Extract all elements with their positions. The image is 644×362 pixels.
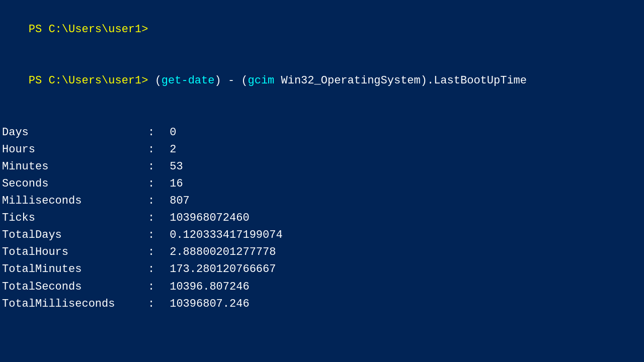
row-colon: : [148,227,163,244]
row-value: 0.120333417199074 [163,229,283,241]
terminal-window: PS C:\Users\user1> PS C:\Users\user1> (g… [2,4,644,358]
data-row: Hours: 2 [2,141,644,158]
row-colon: : [148,193,163,210]
row-label: TotalMinutes [2,261,148,278]
row-value: 10396807.246 [163,298,250,310]
row-label: Seconds [2,175,148,193]
row-label: TotalHours [2,244,148,261]
data-row: Days: 0 [2,124,644,141]
row-label: TotalMilliseconds [2,296,148,313]
cmd-keyword-2: gcim [248,74,275,87]
data-row: Milliseconds: 807 [2,193,644,210]
row-label: Days [2,124,148,141]
data-row: TotalDays: 0.120333417199074 [2,227,644,244]
empty-line-2 [2,313,644,330]
row-value: 0 [163,126,176,139]
row-value: 10396.807246 [163,281,250,293]
row-value: 103968072460 [163,212,250,224]
data-rows: Days: 0Hours: 2Minutes: 53Seconds: 16Mil… [2,124,644,313]
data-row: Seconds: 16 [2,175,644,193]
row-colon: : [148,279,163,296]
data-row: TotalMilliseconds: 10396807.246 [2,296,644,313]
prompt-line-1: PS C:\Users\user1> [2,4,644,55]
row-value: 53 [163,160,183,173]
row-colon: : [148,261,163,278]
row-colon: : [148,175,163,193]
data-row: TotalHours: 2.88800201277778 [2,244,644,261]
row-value: 2 [163,143,176,156]
row-value: 173.280120766667 [163,263,276,276]
row-label: TotalSeconds [2,279,148,296]
row-label: TotalDays [2,227,148,244]
empty-line-3 [2,330,644,347]
empty-line-1 [2,107,644,124]
row-value: 16 [163,177,183,190]
empty-line-4 [2,347,644,362]
prompt-2: PS C:\Users\user1> [29,74,148,87]
row-label: Milliseconds [2,193,148,210]
row-colon: : [148,296,163,313]
data-row: Minutes: 53 [2,158,644,175]
row-label: Minutes [2,158,148,175]
prompt-1: PS C:\Users\user1> [29,23,148,36]
row-colon: : [148,158,163,175]
cmd-middle: ) - ( [214,74,248,87]
cmd-prefix: ( [148,74,161,87]
row-colon: : [148,244,163,261]
row-colon: : [148,124,163,141]
row-value: 2.88800201277778 [163,246,276,258]
row-colon: : [148,210,163,227]
cmd-suffix: Win32_OperatingSystem).LastBootUpTime [274,74,527,87]
data-row: TotalMinutes: 173.280120766667 [2,261,644,278]
data-row: Ticks: 103968072460 [2,210,644,227]
command-line: PS C:\Users\user1> (get-date) - (gcim Wi… [2,55,644,107]
row-label: Hours [2,141,148,158]
cmd-keyword-1: get-date [162,74,215,87]
row-label: Ticks [2,210,148,227]
row-value: 807 [163,195,190,207]
row-colon: : [148,141,163,158]
data-row: TotalSeconds: 10396.807246 [2,279,644,296]
